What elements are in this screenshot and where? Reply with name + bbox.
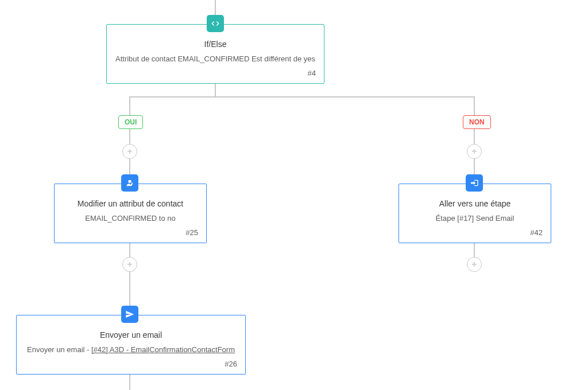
workflow-node-send-email[interactable]: Envoyer un email Envoyer un email - [#42…: [16, 315, 246, 375]
node-subtitle: Étape [#17] Send Email: [407, 214, 543, 223]
workflow-node-goto-step[interactable]: Aller vers une étape Étape [#17] Send Em…: [399, 184, 551, 243]
connector: [129, 96, 130, 184]
connector: [129, 96, 475, 98]
node-title: Modifier un attribut de contact: [63, 199, 198, 208]
connector: [474, 96, 475, 184]
node-title: If/Else: [115, 40, 316, 49]
go-to-step-icon: [466, 174, 483, 192]
add-step-button[interactable]: [122, 257, 137, 272]
workflow-node-update-attribute[interactable]: Modifier un attribut de contact EMAIL_CO…: [54, 184, 207, 243]
add-step-button[interactable]: [467, 257, 482, 272]
node-title: Aller vers une étape: [407, 199, 543, 208]
node-subtitle: Envoyer un email - [#42] A3D - EmailConf…: [25, 345, 237, 354]
node-step-id: #4: [115, 69, 316, 77]
workflow-canvas[interactable]: If/Else Attribut de contact EMAIL_CONFIR…: [0, 0, 588, 390]
node-subtitle: Attribut de contact EMAIL_CONFIRMED Est …: [115, 54, 316, 63]
node-subtitle: EMAIL_CONFIRMED to no: [63, 214, 198, 223]
node-title: Envoyer un email: [25, 330, 237, 340]
branch-label-yes: OUI: [118, 115, 143, 129]
code-icon: [207, 15, 224, 32]
node-step-id: #26: [25, 360, 237, 368]
user-edit-icon: [121, 174, 138, 192]
branch-label-no: NON: [463, 115, 491, 129]
send-email-icon: [121, 306, 138, 323]
node-email-template-link[interactable]: [#42] A3D - EmailConfirmationContactForm: [91, 345, 235, 354]
workflow-node-if-else[interactable]: If/Else Attribut de contact EMAIL_CONFIR…: [106, 24, 324, 84]
node-step-id: #42: [407, 228, 543, 237]
add-step-button[interactable]: [122, 144, 137, 159]
node-subtitle-prefix: Envoyer un email -: [27, 345, 91, 354]
connector: [129, 240, 130, 315]
add-step-button[interactable]: [467, 144, 482, 159]
node-step-id: #25: [63, 228, 198, 237]
